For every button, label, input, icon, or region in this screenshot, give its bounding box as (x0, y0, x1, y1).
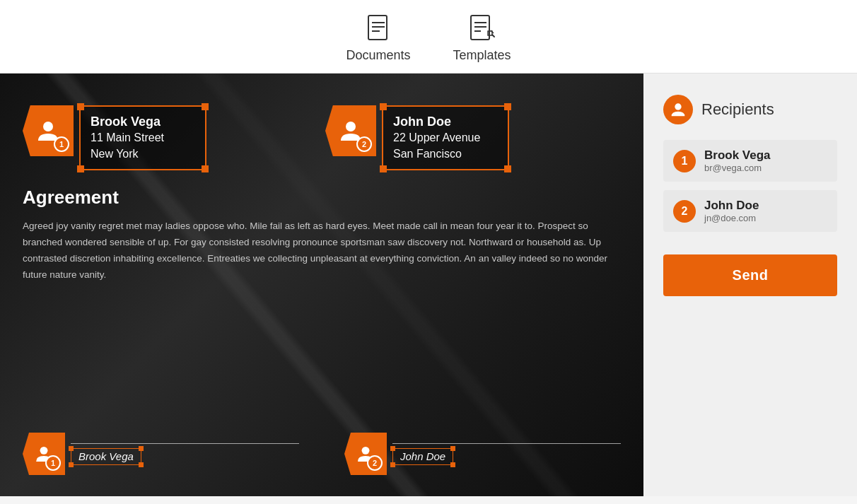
corner-decoration (504, 103, 511, 110)
nav-documents[interactable]: Documents (346, 13, 410, 63)
svg-point-13 (362, 447, 370, 455)
recipient2-info-box: John Doe 22 Upper Avenue San Fancisco (382, 105, 509, 170)
main-layout: 1 Brook Vega 11 Main Street New York 2 (0, 74, 857, 496)
recipient2-avatar: 2 (325, 105, 376, 156)
nav-templates[interactable]: Templates (453, 13, 511, 63)
sidebar-recipient1-info: Brook Vega br@vega.com (704, 148, 771, 173)
agreement-section: Agreement Agreed joy vanity regret met m… (23, 187, 621, 283)
svg-point-11 (346, 122, 356, 131)
recipient1-avatar: 1 (23, 105, 74, 156)
document-preview: 1 Brook Vega 11 Main Street New York 2 (0, 74, 643, 496)
sidebar-recipient2-name: John Doe (704, 199, 759, 213)
top-nav: Documents Templates (0, 0, 857, 74)
corner-decoration (450, 446, 455, 451)
sig1-badge: 1 (45, 455, 61, 471)
recipient2-badge: 2 (356, 136, 372, 152)
sidebar-recipient1-number: 1 (673, 150, 696, 172)
sidebar-recipient2-info: John Doe jn@doe.com (704, 199, 759, 223)
sidebar-recipient1-email: br@vega.com (704, 163, 771, 173)
recipient1-address1: 11 Main Street (91, 130, 195, 146)
send-button[interactable]: Send (663, 254, 837, 296)
svg-point-12 (40, 447, 48, 455)
agreement-title: Agreement (23, 187, 621, 209)
corner-decoration (380, 165, 387, 172)
recipient1-address2: New York (91, 146, 195, 162)
corner-decoration (69, 462, 74, 467)
recipient1-name: Brook Vega (91, 114, 195, 130)
sidebar-recipient2-email: jn@doe.com (704, 213, 759, 223)
sig1-avatar: 1 (23, 433, 65, 475)
svg-line-9 (492, 35, 494, 37)
templates-label: Templates (453, 48, 511, 63)
recipients-header: Recipients (663, 95, 837, 124)
agreement-body: Agreed joy vanity regret met may ladies … (23, 218, 621, 283)
sig2-name: John Doe (400, 450, 445, 462)
recipient2-address-block: 2 John Doe 22 Upper Avenue San Fancisco (325, 105, 509, 170)
svg-point-14 (675, 103, 681, 110)
corner-decoration (202, 103, 209, 110)
sidebar-recipient1: 1 Brook Vega br@vega.com (663, 140, 837, 182)
signature-section: 1 Brook Vega (0, 433, 643, 475)
recipients-icon (663, 95, 693, 124)
documents-label: Documents (346, 48, 410, 63)
svg-point-10 (43, 122, 53, 131)
sig2-line-container: John Doe (392, 443, 621, 465)
sig2-badge: 2 (367, 455, 383, 471)
sig1-line-container: Brook Vega (71, 443, 299, 465)
corner-decoration (77, 165, 84, 172)
recipient2-address2: San Fancisco (393, 146, 498, 162)
recipient2-address1: 22 Upper Avenue (393, 130, 498, 146)
sig2-avatar: 2 (344, 433, 387, 475)
right-sidebar: Recipients 1 Brook Vega br@vega.com 2 Jo… (643, 74, 857, 496)
sig2-line (392, 443, 621, 444)
documents-icon (363, 13, 394, 44)
recipients-person-icon (670, 101, 687, 118)
signature2-block: 2 John Doe (322, 433, 643, 475)
templates-icon (467, 13, 498, 44)
corner-decoration (139, 446, 144, 451)
sig1-line (71, 443, 299, 444)
sig2-name-box: John Doe (392, 448, 453, 465)
recipients-label: Recipients (701, 100, 774, 119)
recipient1-badge: 1 (54, 136, 69, 152)
sig1-name: Brook Vega (78, 450, 134, 462)
corner-decoration (390, 462, 395, 467)
recipient2-name: John Doe (393, 114, 498, 130)
sidebar-recipient2: 2 John Doe jn@doe.com (663, 190, 837, 232)
sig1-name-box: Brook Vega (71, 448, 141, 465)
recipient1-address-block: 1 Brook Vega 11 Main Street New York (23, 105, 206, 170)
sidebar-recipient2-number: 2 (673, 200, 696, 223)
recipient1-info-box: Brook Vega 11 Main Street New York (79, 105, 206, 170)
sidebar-recipient1-name: Brook Vega (704, 148, 771, 163)
signature1-block: 1 Brook Vega (0, 433, 322, 475)
